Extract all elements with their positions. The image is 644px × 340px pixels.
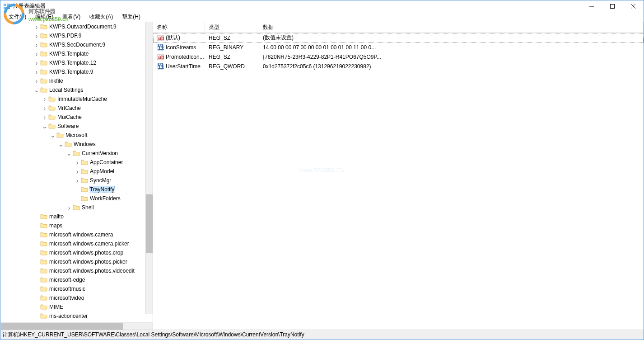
tree-item[interactable]: microsoft.windows.photos.videoedit [0,266,153,275]
tree-item[interactable]: microsoftmusic [0,284,153,293]
menu-help[interactable]: 帮助(H) [117,12,145,22]
tree-item[interactable]: ›KWPS.PDF.9 [0,31,153,40]
menu-file[interactable]: 文件(F) [4,12,31,22]
tree-item[interactable]: microsoft.windows.photos.crop [0,248,153,257]
tree-item[interactable]: MIME [0,302,153,312]
value-name: (默认) [166,34,180,42]
expand-icon[interactable]: › [74,167,81,176]
collapse-icon[interactable]: ⌄ [41,123,48,130]
value-row[interactable]: abPromotedIcon...REG_SZ{7820NR75-23R3-42… [153,52,644,61]
tree-item[interactable]: mailto [0,212,153,221]
expand-icon[interactable]: › [33,22,40,31]
expand-icon[interactable]: › [65,203,73,212]
tree-item[interactable]: ›AppContainer [0,158,153,167]
folder-icon [40,259,47,265]
collapse-icon[interactable]: ⌄ [33,86,40,94]
tree-item[interactable]: microsoft.windows.photos.picker [0,257,153,266]
col-name[interactable]: 名称 [153,22,205,33]
tree-item[interactable]: TrayNotify [0,185,153,194]
minimize-button[interactable] [581,0,602,12]
tree-item[interactable]: ›KWPS.OutwardDocument.9 [0,22,153,31]
tree-item[interactable]: ›KWPS.Template [0,49,153,58]
tree-item[interactable]: microsoft.windows.camera.picker [0,239,153,248]
tree-hscrollbar[interactable] [0,322,153,330]
expand-icon[interactable]: › [41,94,48,104]
col-type[interactable]: 类型 [205,22,259,33]
tree-item-label: ms-actioncenter [49,313,88,319]
value-data: {7820NR75-23R3-4229-82P1-R41PO67Q5O9P... [259,54,644,60]
expand-icon[interactable]: › [74,158,81,167]
tree-item[interactable]: ›ImmutableMuiCache [0,94,153,104]
tree-item[interactable]: microsoftvideo [0,293,153,302]
menu-view[interactable]: 查看(V) [58,12,85,22]
folder-icon [40,60,47,66]
menu-favorites[interactable]: 收藏夹(A) [85,12,117,22]
tree-item[interactable]: ›KWPS.Template.12 [0,58,153,67]
expand-icon[interactable]: › [33,40,40,49]
value-row[interactable]: 011110UserStartTimeREG_QWORD0x1d275372f2… [153,61,644,71]
expand-icon[interactable]: › [33,58,40,67]
folder-icon [40,24,47,30]
tree-item[interactable]: ⌄CurrentVersion [0,149,153,158]
expand-icon[interactable]: › [74,176,81,185]
tree-item[interactable]: ms-actioncenter [0,312,153,321]
expand-icon[interactable]: › [33,31,40,40]
value-type: REG_QWORD [205,63,259,70]
tree-item-label: WorkFolders [90,195,121,202]
tree-item-label: mailto [49,213,64,220]
col-data[interactable]: 数据 [259,22,644,33]
tree-item[interactable]: ⌄Microsoft [0,131,153,140]
close-button[interactable] [623,0,644,12]
tree-item[interactable]: WorkFolders [0,194,153,203]
collapse-icon[interactable]: ⌄ [57,141,65,148]
value-row[interactable]: ab(默认)REG_SZ(数值未设置) [153,33,644,42]
tree-item[interactable]: ›KWPS.Template.9 [0,67,153,76]
folder-icon [81,195,88,202]
value-row[interactable]: 011110IconStreamsREG_BINARY14 00 00 00 0… [153,42,644,52]
binary-value-icon: 011110 [157,44,164,51]
maximize-button[interactable] [602,0,623,12]
tree-item-label: microsoft.windows.camera.picker [49,241,129,247]
folder-icon [40,313,47,319]
tree-vscrollbar[interactable] [145,22,153,314]
tree-item-label: MrtCache [57,105,81,111]
tree-item-label: AppModel [90,168,114,175]
tree-item-label: KWPS.PDF.9 [49,33,81,39]
value-name: PromotedIcon... [166,54,204,60]
tree-item[interactable]: microsoft.windows.camera [0,230,153,239]
tree-item[interactable]: ›AppModel [0,167,153,176]
tree-item-label: microsoft.windows.photos.videoedit [49,268,135,274]
tree-item-label: KWPS.SecDocument.9 [49,42,105,48]
folder-icon [48,114,56,120]
expand-icon[interactable]: › [33,67,40,76]
statusbar: 计算机\HKEY_CURRENT_USER\SOFTWARE\Classes\L… [0,330,644,340]
tree-item[interactable]: ›MuiCache [0,113,153,122]
values-list[interactable]: www.PC0359.CN ab(默认)REG_SZ(数值未设置)011110I… [153,33,644,330]
tree-item[interactable]: ›lnkfile [0,76,153,85]
tree-item[interactable]: maps [0,221,153,230]
tree-item-label: microsoft-edge [49,277,85,283]
tree-item[interactable]: ›Shell [0,203,153,212]
expand-icon[interactable]: › [33,76,40,85]
titlebar[interactable]: 注册表编辑器 [0,0,644,12]
tree-item[interactable]: ›SyncMgr [0,176,153,185]
menu-edit[interactable]: 编辑(E) [31,12,58,22]
tree-item[interactable]: ⌄Software [0,122,153,131]
expand-icon[interactable]: › [33,49,40,58]
values-header: 名称 类型 数据 [153,22,644,33]
folder-icon [40,231,47,238]
value-data: 14 00 00 00 07 00 00 00 01 00 01 00 11 0… [259,44,644,51]
tree-viewport[interactable]: ›KWPS.OutwardDocument.9›KWPS.PDF.9›KWPS.… [0,22,153,322]
value-type: REG_SZ [205,35,259,41]
tree-item[interactable]: ⌄Windows [0,140,153,149]
tree-item[interactable]: microsoft-edge [0,275,153,284]
tree-item[interactable]: ⌄Local Settings [0,85,153,94]
collapse-icon[interactable]: ⌄ [65,150,73,157]
expand-icon[interactable]: › [41,104,48,113]
svg-text:ab: ab [158,54,164,60]
value-name: UserStartTime [166,63,201,70]
expand-icon[interactable]: › [41,113,48,122]
tree-item[interactable]: ›KWPS.SecDocument.9 [0,40,153,49]
tree-item[interactable]: ›MrtCache [0,104,153,113]
collapse-icon[interactable]: ⌄ [49,132,56,139]
